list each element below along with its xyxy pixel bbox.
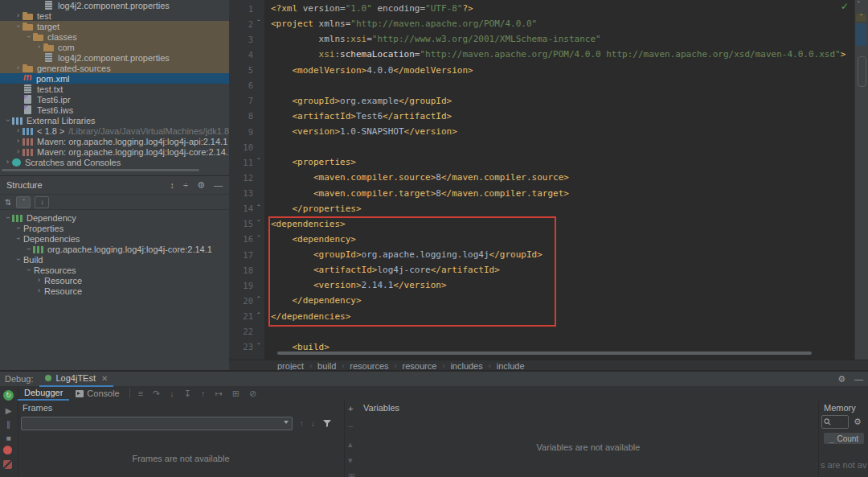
code-line[interactable]: 15ˇ<dependencies>	[229, 216, 845, 232]
tree-item-test-txt[interactable]: test.txt	[0, 84, 229, 94]
chevron-right-icon[interactable]: ›	[14, 11, 23, 20]
step-over-icon[interactable]: ↷	[153, 389, 160, 399]
view-breakpoints-icon[interactable]: ⊞	[232, 389, 240, 399]
code-line[interactable]: 7 <groupId>org.example</groupId>	[229, 93, 845, 109]
code-line[interactable]: 9 <version>1.0-SNAPSHOT</version>	[229, 124, 845, 139]
code-line[interactable]: 10	[229, 139, 845, 154]
editor-hscrollbar[interactable]	[277, 352, 812, 355]
code-line[interactable]: 11ˇ <properties>	[229, 154, 845, 170]
fold-marker-icon[interactable]: ˇ	[253, 235, 264, 244]
group-attributes-icon[interactable]: ↓	[35, 196, 49, 208]
code-line[interactable]: 4 xsi:schemaLocation="http://maven.apach…	[229, 47, 845, 62]
code-line[interactable]: 21ˆ</dependencies>	[229, 309, 845, 324]
code-line[interactable]: 3 xmlns:xsi="http://www.w3.org/2001/XMLS…	[229, 31, 845, 47]
resume-icon[interactable]: ▶	[3, 405, 14, 416]
tree-item-org-apache-logging-log4j-log4j-c[interactable]: ›org.apache.logging.log4j:log4j-core:2.1…	[0, 244, 229, 254]
tree-item-resources[interactable]: ›Resources	[0, 265, 229, 275]
chevron-right-icon[interactable]: ›	[14, 64, 23, 72]
chevron-down-icon[interactable]: ›	[3, 116, 12, 125]
chevron-down-icon[interactable]: ›	[14, 22, 23, 31]
code-line[interactable]: 8 <artifactId>Test6</artifactId>	[229, 109, 845, 124]
duplicate-icon[interactable]: ⊞	[348, 471, 355, 477]
stripe-scroll-thumb[interactable]	[856, 23, 866, 46]
tree-item-external-libraries[interactable]: ›External Libraries	[0, 115, 229, 125]
code-line[interactable]: 1<?xml version="1.0" encoding="UTF-8"?>	[229, 1, 845, 16]
tree-item-test[interactable]: ›test	[0, 10, 229, 21]
frame-down-icon[interactable]: ↓	[311, 419, 315, 428]
chevron-down-icon[interactable]: ›	[3, 213, 12, 222]
editor-error-stripe[interactable]: ˆ ˇ	[854, 0, 868, 360]
fold-marker-icon[interactable]: ˆ	[253, 296, 264, 305]
step-into-icon[interactable]: ↓	[170, 389, 174, 398]
tree-item-dependencies[interactable]: ›Dependencies	[0, 233, 229, 244]
tree-item-generated-sources[interactable]: ›generated-sources	[0, 63, 229, 73]
frame-up-icon[interactable]: ↑	[300, 419, 304, 428]
chevron-down-icon[interactable]: ›	[24, 245, 33, 253]
code-line[interactable]: 12 <maven.compiler.source>8</maven.compi…	[229, 170, 845, 185]
tree-item-maven-org-apache-logging-log4j-l[interactable]: ›Maven: org.apache.logging.log4j:log4j-a…	[0, 136, 229, 146]
code-line[interactable]: 14ˆ </properties>	[229, 201, 845, 216]
tree-item-pom-xml[interactable]: pom.xml	[0, 73, 229, 84]
chevron-down-icon[interactable]: ›	[14, 255, 23, 264]
tree-item-resource[interactable]: ›Resource	[0, 275, 229, 286]
stop-icon[interactable]: ■	[3, 433, 14, 443]
chevron-right-icon[interactable]: ›	[35, 43, 43, 51]
collapse-all-icon[interactable]: ÷	[183, 180, 188, 190]
chevron-right-icon[interactable]: ›	[35, 286, 43, 295]
close-icon[interactable]: ✕	[101, 374, 108, 383]
tree-item-1-8[interactable]: ›< 1.8 >/Library/Java/JavaVirtualMachine…	[0, 125, 229, 136]
rerun-icon[interactable]: ↻	[3, 390, 14, 401]
tree-item-com[interactable]: ›com	[0, 42, 229, 52]
code-line[interactable]: 18 <artifactId>log4j-core</artifactId>	[229, 262, 845, 278]
code-line[interactable]: 22	[229, 324, 845, 339]
tree-item-test6-iws[interactable]: Test6.iws	[0, 105, 229, 115]
fold-marker-icon[interactable]: ˇ	[253, 158, 264, 167]
group-tags-icon[interactable]: ˇ	[16, 196, 31, 208]
chevron-right-icon[interactable]: ›	[14, 126, 23, 135]
project-tree-hscrollbar[interactable]	[2, 169, 199, 171]
fold-marker-icon[interactable]: ˆ	[253, 312, 264, 321]
code-line[interactable]: 20ˆ </dependency>	[229, 293, 845, 308]
tree-item-log4j2-component-properties[interactable]: log4j2.component.properties	[0, 0, 229, 10]
filter-icon[interactable]	[322, 418, 332, 430]
menu-icon[interactable]: ≡	[138, 389, 143, 398]
remove-watch-icon[interactable]: −	[348, 421, 353, 431]
code-line[interactable]: 16ˇ <dependency>	[229, 232, 845, 247]
add-watch-icon[interactable]: +	[348, 404, 353, 413]
code-line[interactable]: 5 <modelVersion>4.0.0</modelVersion>	[229, 63, 845, 78]
editor[interactable]: 1<?xml version="1.0" encoding="UTF-8"?>2…	[229, 0, 868, 360]
code-line[interactable]: 19 <version>2.14.1</version>	[229, 278, 845, 293]
chevron-right-icon[interactable]: ›	[3, 158, 12, 167]
stripe-chevron-icon[interactable]: ˇ	[856, 14, 866, 22]
chevron-down-icon[interactable]: ›	[24, 32, 33, 41]
force-step-into-icon[interactable]: ↧	[184, 389, 191, 399]
hide-panel-icon[interactable]: —	[214, 180, 223, 190]
tree-item-resource[interactable]: ›Resource	[0, 286, 229, 296]
chevron-down-icon[interactable]: ›	[24, 265, 33, 274]
tab-debugger[interactable]: Debugger	[18, 386, 69, 401]
stripe-scrollbar[interactable]	[858, 56, 866, 87]
code-area[interactable]: 1<?xml version="1.0" encoding="UTF-8"?>2…	[229, 1, 845, 355]
chevron-down-icon[interactable]: ›	[14, 224, 23, 232]
fold-marker-icon[interactable]: ˇ	[253, 19, 264, 28]
chevron-right-icon[interactable]: ›	[35, 276, 43, 285]
tree-item-log4j2-component-properties[interactable]: log4j2.component.properties	[0, 52, 229, 63]
debug-session-tab[interactable]: Log4jTEst ✕	[39, 371, 113, 387]
chevron-right-icon[interactable]: ›	[14, 147, 23, 156]
tree-item-build[interactable]: ›Build	[0, 254, 229, 265]
memory-settings-icon[interactable]: ⚙	[854, 417, 862, 427]
memory-count-button[interactable]: _ Count	[824, 433, 864, 444]
pause-icon[interactable]: ∥	[3, 419, 14, 430]
tree-item-classes[interactable]: ›classes	[0, 31, 229, 42]
inspection-ok-icon[interactable]: ✓	[841, 1, 849, 12]
tab-console[interactable]: Console	[69, 386, 125, 401]
code-line[interactable]: 13 <maven.compiler.target>8</maven.compi…	[229, 186, 845, 201]
memory-search-input[interactable]	[821, 415, 849, 429]
debug-settings-icon[interactable]: ⚙	[837, 374, 845, 384]
sort-icon[interactable]: ⇅	[5, 198, 11, 207]
fold-marker-icon[interactable]: ˆ	[253, 204, 264, 213]
settings-icon[interactable]: ⚙	[197, 180, 205, 191]
debug-hide-icon[interactable]: —	[854, 374, 863, 384]
mute-breakpoints-icon[interactable]	[3, 460, 12, 469]
tree-item-test6-ipr[interactable]: Test6.ipr	[0, 94, 229, 105]
